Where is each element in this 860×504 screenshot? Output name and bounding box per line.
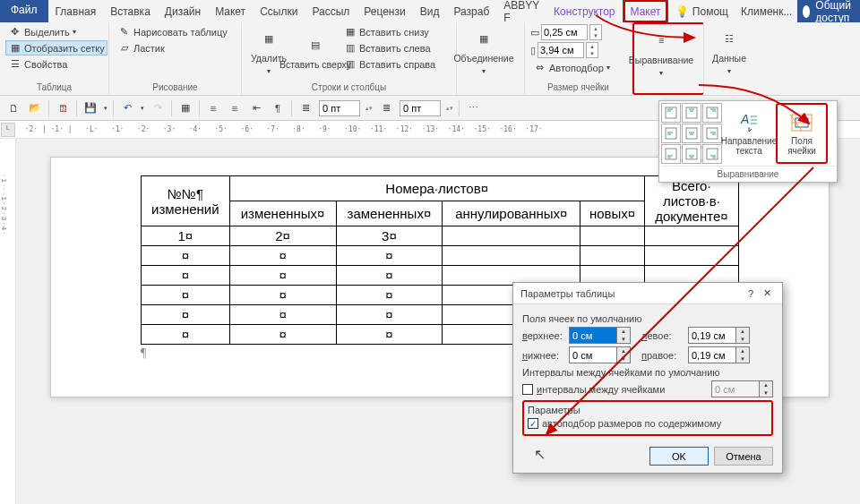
table-cell[interactable]: ¤ [142,246,230,266]
th-changes[interactable]: №№¶ изменений [142,176,230,226]
autofit-button[interactable]: ⇔Автоподбор ▾ [530,60,613,75]
qat-open-icon[interactable]: 📂 [27,100,43,116]
spacing-after-input[interactable] [400,100,441,116]
top-margin-input[interactable] [569,327,617,344]
eraser-button[interactable]: ▱Ластик [115,40,230,56]
th-cancelled[interactable]: аннулированных¤ [443,201,580,226]
bottom-margin-input[interactable] [569,346,617,363]
table-cell[interactable]: ¤ [229,286,336,305]
dialog-help-button[interactable]: ? [743,288,759,299]
horizontal-ruler[interactable]: ·2· | ·1· | ·L· ·1· ·2· ·3· ·4· ·5· ·6· … [16,125,543,133]
table-cell[interactable]: ¤ [336,286,443,305]
table-cell[interactable]: ¤ [229,305,336,325]
spacing-label[interactable]: интервалы между ячейками [537,384,665,395]
ruler-corner[interactable]: L [1,123,15,137]
table-cell[interactable] [580,226,645,246]
tab-developer[interactable]: Разраб [446,0,496,22]
align-tc[interactable] [682,103,701,123]
vertical-ruler[interactable]: · 1 · · · 1 · 2 · 3 · 4 · [0,139,16,504]
qat-para1-icon[interactable]: ≡ [205,100,221,116]
align-tl[interactable] [661,103,681,123]
tab-abbyy[interactable]: ABBYY F [496,0,546,22]
autofit-checkbox[interactable]: ✓ [528,418,538,429]
qat-more-icon[interactable]: ⋯ [465,100,481,116]
dialog-close-button[interactable]: ✕ [759,287,775,299]
col-width-spinner[interactable]: ▲▼ [586,42,598,58]
table-cell[interactable]: ¤ [142,286,230,305]
align-mc[interactable] [682,124,701,143]
table-cell[interactable] [644,246,738,266]
draw-table-button[interactable]: ✎Нарисовать таблицу [115,24,230,39]
tab-mailings[interactable]: Рассыл [305,0,357,22]
select-button[interactable]: ✥Выделить ▾ [5,24,108,39]
tab-table-layout[interactable]: Макет [624,0,668,22]
spacing-before-input[interactable] [319,100,360,116]
autofit-label[interactable]: автоподбор размеров по содержимому [542,418,721,429]
tell-me[interactable]: 💡 Помощ [668,0,735,22]
qat-new-icon[interactable]: 🗋 [5,100,22,116]
user-account[interactable]: Клименк... [735,0,798,22]
qat-spacing-icon[interactable]: ≣ [297,100,314,116]
insert-above-button[interactable]: ▤Вставить сверху [294,24,337,78]
table-cell[interactable]: ¤ [336,246,443,266]
th-replaced[interactable]: замененных¤ [336,201,443,226]
share-button[interactable]: Общий доступ [797,0,860,22]
table-cell[interactable]: ¤ [336,325,443,345]
table-cell[interactable]: 3¤ [336,226,443,246]
tab-view[interactable]: Вид [413,0,447,22]
right-margin-spinner[interactable]: ▲▼ [736,346,750,363]
table-cell[interactable]: ¤ [229,266,336,286]
cell-margins-button[interactable]: Поля ячейки [776,103,828,164]
row-height-spinner[interactable]: ▲▼ [589,24,602,40]
th-new[interactable]: новых¤ [580,201,645,226]
table-cell[interactable]: ¤ [229,246,336,266]
table-cell[interactable]: 2¤ [229,226,336,246]
align-bc[interactable] [682,144,701,164]
table-cell[interactable]: ¤ [229,325,336,345]
table-cell[interactable]: 1¤ [142,226,230,246]
table-cell[interactable]: ¤ [336,266,443,286]
text-direction-button[interactable]: A Направление текста [723,103,775,164]
qat-redo-icon[interactable]: ↷ [150,100,166,116]
tab-layout[interactable]: Макет [208,0,253,22]
row-height-input[interactable] [541,24,588,40]
align-bl[interactable] [661,144,681,164]
th-changed[interactable]: измененных¤ [229,201,336,226]
align-br[interactable] [702,144,722,164]
qat-indent-icon[interactable]: ⇤ [248,100,264,116]
tab-insert[interactable]: Вставка [103,0,158,22]
qat-undo-icon[interactable]: ↶ [119,100,135,116]
qat-pdf-icon[interactable]: 🖺 [55,100,71,116]
qat-spacing2-icon[interactable]: ≣ [378,100,394,116]
table-cell[interactable]: ¤ [142,266,230,286]
qat-save-icon[interactable]: 💾 [82,100,99,116]
table-cell[interactable]: ¤ [336,305,443,325]
right-margin-input[interactable] [688,346,736,363]
bottom-margin-spinner[interactable]: ▲▼ [617,346,631,363]
tab-constructor[interactable]: Конструктор [546,0,622,22]
table-cell[interactable] [580,246,645,266]
qat-para2-icon[interactable]: ≡ [227,100,243,116]
table-cell[interactable] [644,226,738,246]
tab-home[interactable]: Главная [48,0,104,22]
view-gridlines-button[interactable]: ▦Отобразить сетку [5,40,108,56]
table-cell[interactable] [443,226,580,246]
table-cell[interactable]: ¤ [142,325,230,345]
th-total[interactable]: Всего· листов·в· документе¤ [644,176,738,226]
align-mr[interactable] [702,124,722,143]
col-width-input[interactable] [538,42,584,58]
data-button[interactable]: ☷Данные▾ [710,24,749,78]
left-margin-spinner[interactable]: ▲▼ [736,327,750,344]
table-cell[interactable] [443,246,580,266]
insert-left-button[interactable]: ▥Вставить слева [340,40,438,56]
ok-button[interactable]: OK [649,447,709,466]
delete-button[interactable]: ▦Удалить▾ [247,24,290,78]
qat-table-icon[interactable]: ▦ [177,100,194,116]
table-cell[interactable]: ¤ [142,305,230,325]
spacing-checkbox[interactable] [522,384,533,395]
insert-below-button[interactable]: ▦Вставить снизу [340,24,438,39]
align-tr[interactable] [702,103,722,123]
th-sheets[interactable]: Номера·листов¤ [229,176,644,201]
align-ml[interactable] [661,124,681,143]
tab-references[interactable]: Ссылки [253,0,305,22]
